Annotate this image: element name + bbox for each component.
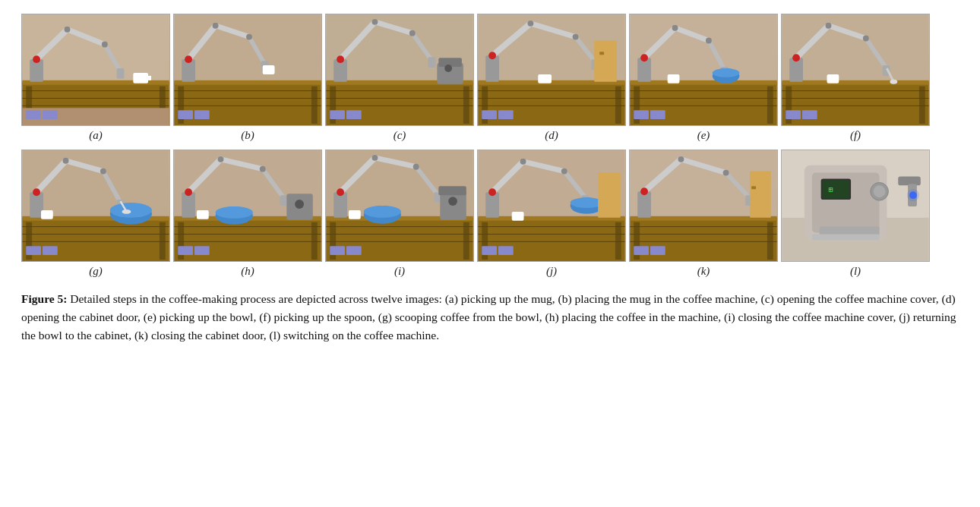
svg-point-182	[337, 188, 344, 196]
caption-c: (c)	[394, 129, 406, 142]
svg-rect-102	[650, 110, 665, 119]
svg-point-14	[102, 42, 108, 48]
image-d	[477, 14, 626, 126]
svg-rect-192	[330, 246, 345, 255]
caption-e: (e)	[697, 129, 710, 142]
svg-point-120	[890, 80, 897, 84]
svg-rect-202	[485, 192, 499, 218]
svg-rect-101	[634, 110, 649, 119]
caption-j: (j)	[546, 265, 557, 278]
svg-rect-69	[485, 55, 499, 82]
svg-point-229	[678, 156, 684, 162]
svg-rect-107	[919, 87, 925, 124]
svg-rect-105	[782, 80, 928, 85]
image-cell-c: (c)	[325, 14, 474, 148]
figure-label: Figure 5:	[21, 292, 67, 305]
svg-rect-215	[498, 246, 514, 255]
svg-rect-167	[197, 210, 209, 219]
svg-rect-19	[26, 110, 41, 119]
svg-rect-84	[630, 80, 776, 85]
svg-rect-37	[263, 65, 275, 74]
svg-text:⊞: ⊞	[828, 185, 833, 194]
svg-point-58	[444, 65, 452, 72]
figure-caption: Figure 5: Detailed steps in the coffee-m…	[21, 290, 959, 345]
svg-rect-80	[482, 110, 497, 119]
svg-point-12	[33, 55, 40, 63]
svg-rect-15	[117, 68, 125, 79]
svg-point-160	[218, 156, 224, 162]
svg-rect-151	[311, 222, 318, 260]
svg-point-245	[874, 185, 886, 197]
svg-rect-144	[41, 210, 53, 219]
svg-point-96	[706, 38, 712, 44]
svg-rect-60	[346, 110, 362, 119]
svg-point-74	[527, 20, 533, 27]
svg-point-249	[907, 189, 919, 201]
svg-rect-235	[650, 246, 665, 255]
svg-rect-145	[26, 246, 41, 255]
image-cell-g: (g)	[21, 150, 170, 284]
svg-point-190	[364, 206, 401, 218]
svg-rect-213	[512, 212, 524, 221]
svg-point-33	[185, 55, 192, 63]
svg-point-208	[561, 168, 567, 175]
svg-rect-39	[194, 110, 210, 119]
svg-rect-44	[463, 87, 469, 124]
svg-rect-79	[538, 74, 552, 83]
svg-point-99	[713, 68, 740, 77]
caption-a: (a)	[89, 129, 103, 142]
svg-rect-20	[43, 110, 58, 119]
image-row-1: (a)	[21, 14, 959, 148]
image-b	[173, 14, 322, 126]
svg-rect-242	[823, 180, 850, 198]
image-k	[629, 150, 778, 262]
svg-point-207	[520, 159, 526, 165]
caption-g: (g)	[89, 265, 103, 278]
image-cell-f: (f)	[781, 14, 930, 148]
caption-h: (h)	[241, 265, 254, 278]
svg-point-95	[672, 25, 678, 31]
svg-point-166	[216, 206, 253, 219]
svg-rect-65	[615, 87, 621, 124]
image-cell-k: (k)	[629, 150, 778, 284]
caption-i: (i)	[394, 265, 405, 278]
svg-rect-220	[767, 222, 773, 260]
image-e	[629, 14, 778, 126]
svg-rect-193	[346, 246, 362, 255]
svg-point-54	[409, 30, 416, 36]
caption-d: (d)	[545, 129, 558, 142]
svg-rect-128	[160, 222, 166, 260]
svg-point-164	[295, 200, 304, 209]
caption-body: Detailed steps in the coffee-making proc…	[21, 292, 956, 342]
svg-rect-17	[147, 76, 151, 80]
svg-point-161	[260, 166, 266, 172]
svg-point-136	[33, 188, 40, 196]
image-cell-e: (e)	[629, 14, 778, 148]
caption-b: (b)	[241, 129, 254, 142]
svg-point-143	[122, 209, 131, 214]
svg-rect-146	[43, 246, 58, 255]
svg-rect-162	[280, 195, 287, 206]
caption-k: (k)	[697, 265, 710, 278]
svg-rect-55	[428, 57, 435, 68]
image-a	[21, 14, 170, 126]
image-cell-j: (j)	[477, 150, 626, 284]
svg-rect-224	[637, 191, 651, 218]
svg-point-159	[185, 188, 192, 196]
image-i	[325, 150, 474, 262]
svg-point-34	[213, 23, 219, 29]
svg-rect-233	[751, 186, 756, 189]
svg-point-13	[65, 27, 71, 33]
svg-point-188	[448, 197, 457, 206]
svg-point-73	[488, 52, 496, 59]
svg-rect-198	[615, 222, 621, 260]
svg-point-230	[723, 170, 729, 176]
svg-point-228	[640, 187, 648, 195]
image-cell-a: (a)	[21, 14, 170, 148]
svg-point-35	[246, 34, 252, 40]
svg-rect-78	[599, 52, 604, 55]
image-cell-h: (h)	[173, 150, 322, 284]
svg-rect-86	[767, 87, 773, 124]
svg-rect-232	[750, 172, 771, 218]
svg-point-52	[337, 55, 344, 63]
